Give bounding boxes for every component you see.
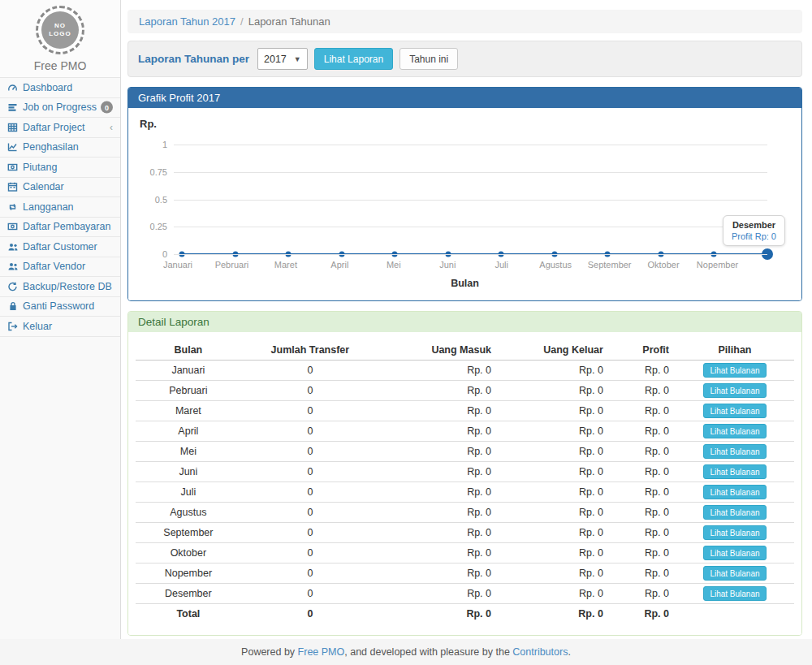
cell-pilihan: Lihat Bulanan (676, 584, 794, 604)
column-header-uang-keluar: Uang Keluar (498, 340, 610, 361)
cell-pilihan: Lihat Bulanan (676, 543, 794, 564)
x-tick-label: Maret (266, 260, 297, 270)
cell-profit: Rp. 0 (610, 381, 676, 401)
lihat-bulanan-button-juli[interactable]: Lihat Bulanan (703, 485, 766, 499)
app-logo: NO LOGO (36, 6, 84, 54)
cell-uang_masuk: Rp. 0 (379, 584, 498, 604)
cell-uang_masuk: Rp. 0 (379, 381, 498, 401)
cell-uang_keluar: Rp. 0 (498, 462, 610, 482)
cell-pilihan: Lihat Bulanan (676, 442, 794, 462)
chart-tooltip: Desember Profit Rp: 0 (723, 215, 785, 246)
sidebar-item-keluar[interactable]: Keluar (0, 317, 120, 337)
footer-suffix: . (568, 646, 570, 658)
lihat-bulanan-button-nopember[interactable]: Lihat Bulanan (703, 566, 766, 581)
sign-out-icon (6, 321, 19, 331)
free-pmo-link[interactable]: Free PMO (298, 646, 345, 658)
cell-bulan: Juli (136, 482, 241, 503)
chart-panel-title: Grafik Profit 2017 (128, 88, 801, 108)
lock-icon (6, 301, 19, 312)
lihat-bulanan-button-agustus[interactable]: Lihat Bulanan (703, 505, 766, 520)
x-tick-label: Pebruari (207, 260, 249, 270)
tahun-ini-button[interactable]: Tahun ini (400, 48, 458, 70)
report-filter-bar: Laporan Tahunan per 2017 ▼ Lihat Laporan… (127, 41, 802, 77)
y-tick-label: 1 (162, 140, 167, 149)
year-select[interactable]: 2017 ▼ (257, 48, 308, 70)
sidebar-item-daftar-vendor[interactable]: Daftar Vendor (0, 257, 120, 278)
sidebar-item-daftar-customer[interactable]: Daftar Customer (0, 237, 120, 257)
column-header-bulan: Bulan (136, 340, 241, 361)
cell-bulan: Mei (136, 442, 241, 462)
cell-pilihan: Lihat Bulanan (676, 381, 794, 401)
monthly-report-table: BulanJumlah TransferUang MasukUang Kelua… (136, 340, 794, 624)
sidebar-item-daftar-project[interactable]: Daftar Project‹ (0, 118, 120, 138)
cell-bulan: Total (136, 604, 241, 624)
cell-uang_keluar: Rp. 0 (498, 503, 610, 523)
cell-jumlah_transfer: 0 (241, 361, 379, 381)
cell-jumlah_transfer: 0 (241, 442, 379, 462)
lihat-bulanan-button-juni[interactable]: Lihat Bulanan (703, 464, 766, 479)
table-row-desember: Desember0Rp. 0Rp. 0Rp. 0Lihat Bulanan (136, 584, 794, 604)
sidebar-item-backup-restore-db[interactable]: Backup/Restore DB (0, 277, 120, 297)
no-logo-placeholder: NO LOGO (41, 11, 79, 49)
lihat-bulanan-button-oktober[interactable]: Lihat Bulanan (703, 546, 766, 560)
cell-uang_masuk: Rp. 0 (379, 361, 498, 381)
column-header-jumlah-transfer: Jumlah Transfer (241, 340, 379, 361)
cell-profit: Rp. 0 (610, 503, 676, 523)
lihat-bulanan-button-april[interactable]: Lihat Bulanan (703, 424, 766, 438)
sidebar-item-label: Dashboard (23, 82, 72, 93)
sidebar-item-penghasilan[interactable]: Penghasilan (0, 138, 120, 158)
cell-profit: Rp. 0 (610, 462, 676, 482)
lihat-bulanan-button-januari[interactable]: Lihat Bulanan (703, 363, 766, 378)
lihat-laporan-button[interactable]: Lihat Laporan (314, 48, 393, 70)
cell-bulan: April (136, 421, 241, 442)
lihat-bulanan-button-pebruari[interactable]: Lihat Bulanan (703, 383, 766, 398)
sidebar-item-calendar[interactable]: Calendar (0, 178, 120, 198)
sidebar-item-ganti-password[interactable]: Ganti Password (0, 297, 120, 317)
lihat-bulanan-button-mei[interactable]: Lihat Bulanan (703, 444, 766, 459)
sidebar-item-piutang[interactable]: Piutang (0, 158, 120, 178)
sidebar-item-daftar-pembayaran[interactable]: Daftar Pembayaran (0, 218, 120, 238)
cell-bulan: Pebruari (136, 381, 241, 401)
footer-text: Powered by Free PMO, and developed with … (241, 646, 571, 658)
cell-jumlah_transfer: 0 (241, 421, 379, 442)
cell-profit: Rp. 0 (610, 523, 676, 543)
sidebar-item-label: Daftar Vendor (23, 261, 85, 272)
y-tick-label: 0.75 (150, 167, 167, 177)
cell-profit: Rp. 0 (610, 584, 676, 604)
cell-bulan: Maret (136, 401, 241, 421)
cell-pilihan: Lihat Bulanan (676, 482, 794, 503)
sidebar-item-label: Piutang (23, 162, 57, 173)
calendar-icon (6, 182, 19, 192)
cell-profit: Rp. 0 (610, 564, 676, 584)
cell-uang_masuk: Rp. 0 (379, 543, 498, 564)
line-chart-icon (6, 142, 19, 153)
cell-jumlah_transfer: 0 (241, 503, 379, 523)
x-tick-label: Juli (486, 260, 508, 270)
cell-pilihan: Lihat Bulanan (676, 462, 794, 482)
cell-uang_masuk: Rp. 0 (379, 401, 498, 421)
breadcrumb-link-laporan-tahun[interactable]: Laporan Tahun 2017 (139, 15, 235, 28)
sidebar-item-label: Calendar (23, 181, 64, 192)
sidebar-item-label: Ganti Password (23, 300, 94, 312)
cell-profit: Rp. 0 (610, 543, 676, 564)
cell-bulan: Januari (136, 361, 241, 381)
sidebar-item-dashboard[interactable]: Dashboard (0, 78, 120, 98)
sidebar-item-job-on-progress[interactable]: Job on Progress0 (0, 98, 120, 119)
page-footer: Powered by Free PMO, and developed with … (0, 639, 812, 665)
sidebar-item-langganan[interactable]: Langganan (0, 197, 120, 218)
x-tick-label: Mei (378, 260, 401, 270)
total-row: Total0Rp. 0Rp. 0Rp. 0 (136, 604, 794, 624)
cell-jumlah_transfer: 0 (241, 564, 379, 584)
cell-uang_keluar: Rp. 0 (498, 604, 610, 624)
lihat-bulanan-button-september[interactable]: Lihat Bulanan (703, 525, 766, 540)
cell-uang_keluar: Rp. 0 (498, 401, 610, 421)
lihat-bulanan-button-maret[interactable]: Lihat Bulanan (703, 404, 766, 418)
footer-prefix: Powered by (241, 646, 297, 658)
contributors-link[interactable]: Contributors (512, 646, 568, 658)
lihat-bulanan-button-desember[interactable]: Lihat Bulanan (703, 586, 766, 601)
detail-panel-body: BulanJumlah TransferUang MasukUang Kelua… (128, 332, 801, 635)
y-tick-label: 0.5 (155, 195, 167, 205)
cell-bulan: Oktober (136, 543, 241, 564)
column-header-uang-masuk: Uang Masuk (379, 340, 498, 361)
page: NO LOGO Free PMO DashboardJob on Progres… (0, 0, 812, 639)
